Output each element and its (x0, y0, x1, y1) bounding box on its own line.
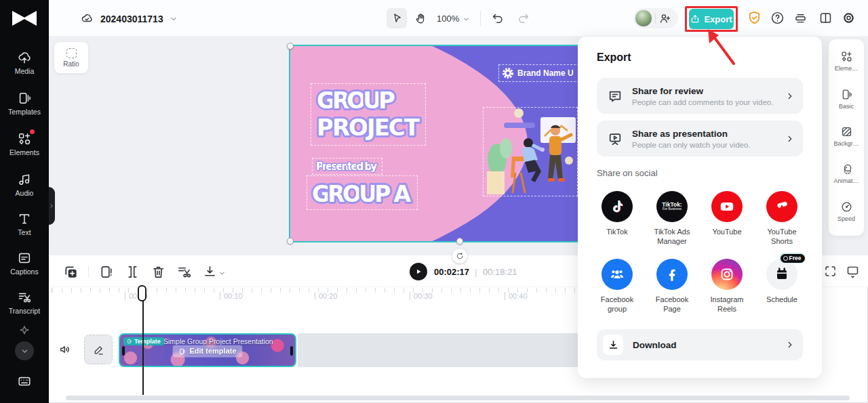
redo-button[interactable] (517, 12, 530, 25)
current-time: 00:02:17 (434, 267, 469, 277)
download-clip-button[interactable] (202, 264, 218, 280)
illustration-layer[interactable] (483, 107, 578, 196)
clip-trim-handle-left[interactable] (122, 346, 125, 356)
rotate-handle[interactable] (452, 249, 467, 263)
play-button[interactable] (410, 263, 427, 280)
elements-notification-dot (30, 129, 35, 134)
settings-button[interactable] (842, 11, 856, 25)
gear-icon (842, 11, 856, 25)
download-options-chevron-icon[interactable] (218, 270, 226, 277)
social-schedule[interactable]: Free Schedule (756, 259, 808, 305)
sidebar-item-more[interactable] (0, 324, 49, 339)
edit-cover-button[interactable] (84, 335, 113, 364)
playhead[interactable] (138, 285, 146, 301)
tab-basic[interactable]: Basic (829, 88, 864, 110)
edit-template-icon (178, 347, 186, 355)
split-panel-icon (818, 11, 833, 25)
group-name-text: GROUP A (307, 176, 417, 209)
handle-bottom-left[interactable] (287, 238, 294, 245)
sidebar-item-audio[interactable]: Audio (0, 172, 49, 197)
split-button[interactable] (125, 264, 140, 280)
ratio-button[interactable]: Ratio (54, 42, 88, 73)
add-member-icon[interactable] (658, 12, 671, 25)
sidebar-item-templates[interactable]: Templates (0, 91, 49, 116)
hand-tool-button[interactable] (410, 8, 431, 28)
sidebar-collapse-button[interactable] (15, 341, 34, 360)
duplicate-button[interactable] (63, 264, 79, 280)
title-text-layer[interactable]: GROUP PROJECT (311, 83, 426, 146)
safety-shield-button[interactable] (747, 10, 762, 26)
edit-template-button[interactable]: Edit template (172, 345, 242, 357)
tab-animation[interactable]: Animat… (829, 163, 864, 184)
ratio-label: Ratio (63, 60, 79, 68)
presented-by-text: Presented by (313, 158, 382, 174)
tab-background[interactable]: Backgr… (829, 125, 864, 147)
clip-trim-handle-right[interactable] (290, 346, 293, 356)
feedback-button[interactable] (793, 11, 808, 25)
zoom-chevron-icon[interactable] (462, 16, 470, 23)
speed-icon (840, 200, 853, 213)
social-youtube-shorts[interactable]: YouTube Shorts (756, 191, 808, 247)
sidebar-item-media[interactable]: Media (0, 50, 49, 75)
captions-icon (17, 251, 32, 266)
social-tiktok[interactable]: TikTok (591, 191, 643, 237)
share-as-presentation-option[interactable]: Share as presentation People can only wa… (597, 121, 803, 156)
help-button[interactable] (770, 11, 785, 25)
clip-title: Simple Group Project Presentation (163, 337, 273, 345)
track-mute-button[interactable] (58, 343, 72, 356)
timeline-clip[interactable]: Template Simple Group Project Presentati… (119, 333, 296, 367)
tiktok-icon (609, 198, 625, 215)
audio-icon (17, 172, 32, 187)
social-youtube[interactable]: YouTube (701, 191, 753, 237)
cursor-tool-button[interactable] (387, 8, 407, 28)
sidebar-item-text[interactable]: Text (0, 211, 49, 236)
share-for-review-option[interactable]: Share for review People can add comments… (597, 78, 803, 114)
social-instagram-reels[interactable]: Instagram Reels (701, 259, 753, 314)
project-name[interactable]: 202403011713 (100, 14, 163, 24)
social-facebook-group[interactable]: Facebook group (591, 259, 643, 314)
sidebar-item-transcript[interactable]: Transcript (0, 290, 49, 315)
sidebar-item-shortcuts[interactable] (0, 374, 49, 389)
youtube-icon (718, 198, 736, 215)
handle-top-left[interactable] (287, 43, 294, 49)
elements-icon (840, 50, 853, 63)
preview-display-button[interactable] (846, 264, 860, 278)
cloud-sync-icon (80, 12, 94, 25)
export-panel-title: Export (597, 51, 631, 64)
account-pill (633, 8, 678, 28)
zoom-level[interactable]: 100% (437, 14, 459, 24)
mirror-template-button[interactable] (99, 264, 115, 280)
undo-icon (491, 12, 505, 25)
fullscreen-button[interactable] (823, 264, 837, 278)
social-tiktok-ads-manager[interactable]: TikTok: For Business TikTok Ads Manager (646, 191, 698, 247)
total-duration: 00:18:21 (483, 267, 517, 277)
download-option[interactable]: Download (597, 329, 803, 360)
sidebar-item-elements[interactable]: Elements (0, 131, 49, 156)
svg-text:Presented by: Presented by (316, 161, 377, 173)
delete-button[interactable] (151, 264, 166, 280)
layout-panels-button[interactable] (818, 11, 833, 25)
svg-text:GROUP: GROUP (317, 87, 395, 114)
tab-elements[interactable]: Eleme… (829, 50, 864, 72)
media-upload-icon (17, 50, 32, 65)
sidebar-item-captions[interactable]: Captions (0, 251, 49, 276)
question-icon (770, 11, 785, 25)
keyboard-icon (17, 374, 32, 389)
group-name-layer[interactable]: GROUP A (307, 175, 418, 210)
presented-by-layer[interactable]: Presented by (312, 158, 382, 175)
rotate-icon (456, 252, 465, 261)
handle-bottom-center[interactable] (456, 238, 463, 245)
export-button[interactable]: Export (689, 9, 734, 29)
undo-button[interactable] (491, 12, 505, 25)
avatar[interactable] (635, 9, 652, 27)
project-menu-chevron-icon[interactable] (170, 15, 178, 23)
track-remainder[interactable] (298, 333, 581, 367)
timeline-scrollbar[interactable] (66, 396, 850, 400)
social-facebook-page[interactable]: Facebook Page (646, 259, 698, 314)
tab-speed[interactable]: Speed (829, 200, 864, 222)
shield-check-icon (747, 10, 762, 26)
tiktok-ads-icon: TikTok: For Business (656, 191, 688, 222)
auto-captions-button[interactable] (176, 264, 192, 280)
title-text: GROUP PROJECT (311, 84, 425, 145)
capcut-logo[interactable] (10, 9, 39, 28)
